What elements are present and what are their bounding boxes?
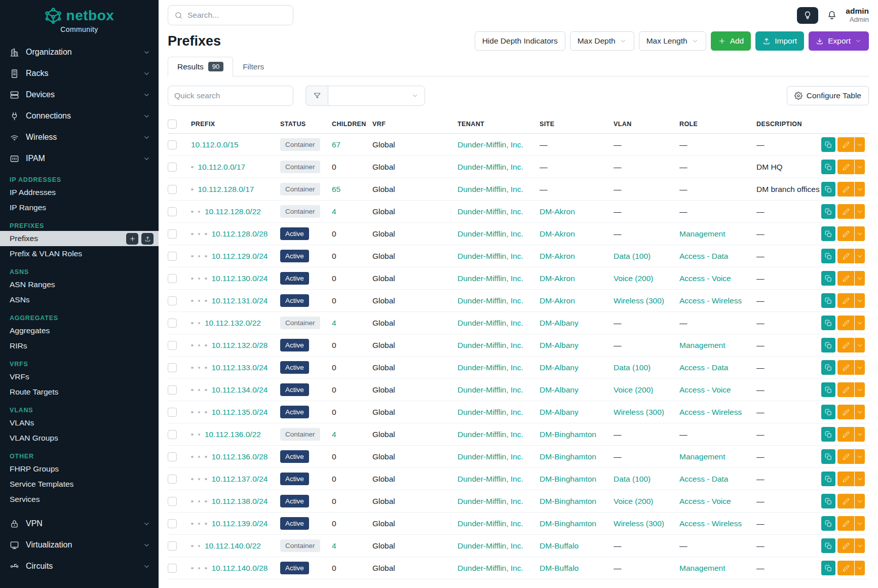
prefix-link[interactable]: 10.112.138.0/24 bbox=[212, 497, 268, 505]
children-link[interactable]: 4 bbox=[332, 541, 336, 550]
tenant-link[interactable]: Dunder-Mifflin, Inc. bbox=[457, 541, 523, 550]
tenant-link[interactable]: Dunder-Mifflin, Inc. bbox=[457, 497, 523, 505]
site-link[interactable]: DM-Akron bbox=[540, 229, 575, 238]
edit-dropdown-button[interactable] bbox=[855, 226, 865, 241]
row-checkbox[interactable] bbox=[168, 207, 177, 216]
tenant-link[interactable]: Dunder-Mifflin, Inc. bbox=[457, 163, 523, 171]
prefix-link[interactable]: 10.112.130.0/24 bbox=[212, 274, 268, 283]
column-header-tenant[interactable]: TENANT bbox=[457, 115, 540, 134]
site-link[interactable]: DM-Binghamton bbox=[540, 497, 596, 505]
row-checkbox[interactable] bbox=[168, 519, 177, 528]
row-checkbox[interactable] bbox=[168, 475, 177, 484]
quick-import-button[interactable] bbox=[141, 233, 154, 245]
row-checkbox[interactable] bbox=[168, 408, 177, 417]
edit-button[interactable] bbox=[837, 494, 854, 508]
vlan-link[interactable]: Data (100) bbox=[614, 252, 651, 260]
vlan-link[interactable]: Voice (200) bbox=[614, 385, 653, 394]
tenant-link[interactable]: Dunder-Mifflin, Inc. bbox=[457, 341, 523, 349]
site-link[interactable]: DM-Albany bbox=[540, 319, 579, 327]
tenant-link[interactable]: Dunder-Mifflin, Inc. bbox=[457, 430, 523, 439]
tenant-link[interactable]: Dunder-Mifflin, Inc. bbox=[457, 452, 523, 461]
children-link[interactable]: 4 bbox=[332, 207, 336, 216]
prefix-link[interactable]: 10.112.140.0/28 bbox=[212, 564, 268, 572]
quick-add-button[interactable] bbox=[126, 233, 138, 245]
tenant-link[interactable]: Dunder-Mifflin, Inc. bbox=[457, 475, 523, 483]
saved-filter-select[interactable] bbox=[328, 86, 425, 106]
row-checkbox[interactable] bbox=[168, 363, 177, 372]
edit-dropdown-button[interactable] bbox=[855, 360, 865, 375]
site-link[interactable]: DM-Binghamton bbox=[540, 452, 596, 461]
prefix-link[interactable]: 10.112.132.0/28 bbox=[212, 341, 268, 349]
bell-icon[interactable] bbox=[826, 10, 837, 21]
hide-depth-indicators-button[interactable]: Hide Depth Indicators bbox=[475, 31, 565, 51]
clone-button[interactable] bbox=[821, 360, 835, 375]
vlan-link[interactable]: Wireless (300) bbox=[614, 519, 664, 528]
site-link[interactable]: DM-Albany bbox=[540, 363, 579, 372]
prefix-link[interactable]: 10.112.128.0/22 bbox=[205, 207, 261, 216]
clone-button[interactable] bbox=[821, 249, 835, 263]
edit-button[interactable] bbox=[837, 226, 854, 241]
site-link[interactable]: DM-Akron bbox=[540, 274, 575, 283]
global-search[interactable] bbox=[168, 5, 293, 25]
edit-dropdown-button[interactable] bbox=[855, 382, 865, 397]
role-link[interactable]: Access - Data bbox=[679, 363, 728, 372]
site-link[interactable]: DM-Albany bbox=[540, 385, 579, 394]
global-search-input[interactable] bbox=[187, 11, 289, 20]
tenant-link[interactable]: Dunder-Mifflin, Inc. bbox=[457, 363, 523, 372]
edit-button[interactable] bbox=[837, 561, 854, 575]
edit-button[interactable] bbox=[837, 405, 854, 419]
clone-button[interactable] bbox=[821, 472, 835, 486]
row-checkbox[interactable] bbox=[168, 319, 177, 328]
configure-table-button[interactable]: Configure Table bbox=[787, 86, 869, 105]
clone-button[interactable] bbox=[821, 427, 835, 442]
column-header-vlan[interactable]: VLAN bbox=[614, 115, 679, 134]
tenant-link[interactable]: Dunder-Mifflin, Inc. bbox=[457, 274, 523, 283]
sidebar-item-fhrp-groups[interactable]: FHRP Groups bbox=[0, 461, 159, 477]
prefix-link[interactable]: 10.112.135.0/24 bbox=[212, 408, 268, 416]
sidebar-item-ip-ranges[interactable]: IP Ranges bbox=[0, 200, 159, 215]
sidebar-item-vlan-groups[interactable]: VLAN Groups bbox=[0, 430, 159, 446]
row-checkbox[interactable] bbox=[168, 140, 177, 149]
sidebar-item-asns[interactable]: ASNs bbox=[0, 292, 159, 307]
clone-button[interactable] bbox=[821, 293, 835, 308]
role-link[interactable]: Access - Voice bbox=[679, 497, 731, 505]
sidebar-item-wireless[interactable]: Wireless bbox=[0, 127, 159, 148]
tenant-link[interactable]: Dunder-Mifflin, Inc. bbox=[457, 408, 523, 416]
role-link[interactable]: Access - Data bbox=[679, 252, 728, 260]
clone-button[interactable] bbox=[821, 160, 835, 174]
import-button[interactable]: Import bbox=[755, 31, 804, 51]
site-link[interactable]: DM-Albany bbox=[540, 341, 579, 349]
clone-button[interactable] bbox=[821, 382, 835, 397]
prefix-link[interactable]: 10.112.137.0/24 bbox=[212, 475, 268, 483]
sidebar-item-ipam[interactable]: IPAM bbox=[0, 148, 159, 169]
role-link[interactable]: Management bbox=[679, 341, 725, 349]
clone-button[interactable] bbox=[821, 316, 835, 330]
sidebar-item-route-targets[interactable]: Route Targets bbox=[0, 384, 159, 400]
sidebar-item-vrfs[interactable]: VRFs bbox=[0, 369, 159, 384]
prefix-link[interactable]: 10.112.134.0/24 bbox=[212, 385, 268, 394]
edit-button[interactable] bbox=[837, 382, 854, 397]
children-link[interactable]: 4 bbox=[332, 430, 336, 439]
row-checkbox[interactable] bbox=[168, 564, 177, 573]
sidebar-item-connections[interactable]: Connections bbox=[0, 105, 159, 127]
prefix-link[interactable]: 10.112.0.0/15 bbox=[191, 140, 239, 149]
row-checkbox[interactable] bbox=[168, 385, 177, 395]
column-header-children[interactable]: CHILDREN bbox=[332, 115, 372, 134]
row-checkbox[interactable] bbox=[168, 430, 177, 439]
row-checkbox[interactable] bbox=[168, 341, 177, 350]
site-link[interactable]: DM-Akron bbox=[540, 296, 575, 305]
edit-dropdown-button[interactable] bbox=[855, 472, 865, 486]
column-header-description[interactable]: DESCRIPTION bbox=[756, 115, 821, 134]
clone-button[interactable] bbox=[821, 204, 835, 219]
row-checkbox[interactable] bbox=[168, 163, 177, 172]
row-checkbox[interactable] bbox=[168, 497, 177, 506]
prefix-link[interactable]: 10.112.132.0/22 bbox=[205, 319, 261, 327]
edit-button[interactable] bbox=[837, 472, 854, 486]
role-link[interactable]: Access - Data bbox=[679, 475, 728, 483]
column-header-site[interactable]: SITE bbox=[540, 115, 614, 134]
sidebar-item-organization[interactable]: Organization bbox=[0, 42, 159, 63]
edit-dropdown-button[interactable] bbox=[855, 204, 865, 219]
sidebar-item-aggregates[interactable]: Aggregates bbox=[0, 323, 159, 338]
netbox-logo[interactable]: netbox Community bbox=[0, 0, 159, 35]
children-link[interactable]: 67 bbox=[332, 140, 340, 149]
